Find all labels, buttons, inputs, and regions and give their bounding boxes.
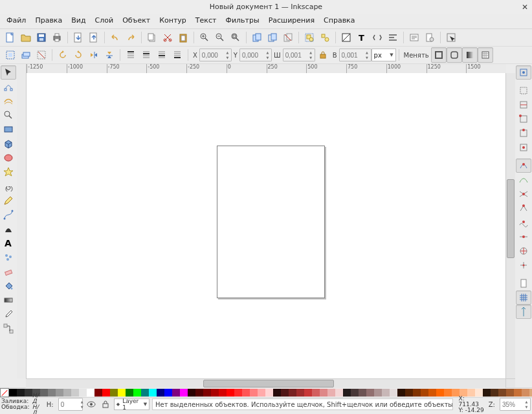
color-swatch[interactable]: [296, 389, 304, 397]
selector-dialog-icon[interactable]: [443, 30, 459, 45]
horizontal-scrollbar[interactable]: [26, 378, 505, 388]
zoom-tool-icon[interactable]: [1, 108, 16, 122]
color-swatch[interactable]: [118, 389, 126, 397]
raise-top-icon[interactable]: [123, 47, 139, 63]
group-icon[interactable]: [302, 30, 317, 45]
undo-icon[interactable]: [107, 30, 123, 45]
color-swatch[interactable]: [405, 389, 413, 397]
unit-combo[interactable]: px ▼: [371, 49, 396, 61]
color-swatch[interactable]: [506, 389, 514, 397]
color-swatch[interactable]: [71, 389, 79, 397]
zoom-input[interactable]: ▲▼: [500, 398, 531, 411]
color-swatch[interactable]: [289, 389, 296, 397]
save-icon[interactable]: [34, 30, 49, 45]
color-swatch[interactable]: [281, 389, 289, 397]
text-tool-icon[interactable]: A: [1, 236, 16, 250]
color-swatch[interactable]: [421, 389, 428, 397]
canvas-viewport[interactable]: [27, 73, 505, 378]
raise-icon[interactable]: [139, 47, 154, 63]
color-swatch[interactable]: [219, 389, 227, 397]
layer-lock-icon[interactable]: [100, 397, 111, 412]
copy-icon[interactable]: [144, 30, 160, 45]
color-swatch[interactable]: [258, 389, 265, 397]
lower-bottom-icon[interactable]: [170, 47, 185, 63]
layer-visible-icon[interactable]: [85, 397, 97, 412]
h-scroll-thumb[interactable]: [203, 380, 334, 387]
color-swatch[interactable]: [25, 389, 32, 397]
pencil-tool-icon[interactable]: [1, 193, 16, 208]
color-swatch[interactable]: [48, 389, 56, 397]
spiral-tool-icon[interactable]: [1, 179, 16, 193]
color-swatch[interactable]: [157, 389, 164, 397]
flip-h-icon[interactable]: [86, 47, 102, 63]
lower-icon[interactable]: [154, 47, 170, 63]
snap-bbox-corner-icon[interactable]: [516, 112, 531, 126]
color-swatch[interactable]: [149, 389, 157, 397]
color-swatch[interactable]: [110, 389, 118, 397]
paste-icon[interactable]: [175, 30, 191, 45]
connector-tool-icon[interactable]: [1, 321, 16, 336]
color-swatch[interactable]: [382, 389, 390, 397]
color-swatch[interactable]: [335, 389, 343, 397]
snap-path-icon[interactable]: [516, 173, 531, 187]
color-swatch[interactable]: [180, 389, 188, 397]
snap-grid-icon[interactable]: [516, 290, 531, 305]
color-swatch[interactable]: [374, 389, 382, 397]
snap-bbox-mid-icon[interactable]: [516, 126, 531, 140]
color-swatch[interactable]: [444, 389, 452, 397]
snap-bbox-center-icon[interactable]: [516, 140, 531, 155]
color-swatch[interactable]: [320, 389, 327, 397]
color-swatch[interactable]: [164, 389, 172, 397]
menu-view[interactable]: Вид: [67, 16, 89, 28]
ellipse-tool-icon[interactable]: [1, 151, 16, 165]
new-doc-icon[interactable]: [3, 30, 18, 45]
color-swatch[interactable]: [102, 389, 110, 397]
xml-editor-icon[interactable]: [370, 30, 385, 45]
affect-gradient-icon[interactable]: [462, 47, 478, 63]
zoom-fit-icon[interactable]: [228, 30, 243, 45]
snap-midpoint-icon[interactable]: [516, 230, 531, 244]
color-swatch[interactable]: [188, 389, 195, 397]
color-swatch[interactable]: [343, 389, 351, 397]
color-swatch[interactable]: [265, 389, 273, 397]
flip-v-icon[interactable]: [102, 47, 117, 63]
snap-center-icon[interactable]: [516, 244, 531, 258]
v-scroll-thumb[interactable]: [507, 179, 515, 258]
h-input[interactable]: ▲▼: [339, 49, 371, 61]
snap-node-icon[interactable]: [516, 158, 531, 173]
color-swatch[interactable]: [211, 389, 219, 397]
color-swatch[interactable]: [133, 389, 141, 397]
color-swatch[interactable]: [242, 389, 250, 397]
affect-corners-icon[interactable]: [447, 47, 462, 63]
color-swatch[interactable]: [227, 389, 234, 397]
export-icon[interactable]: [86, 30, 102, 45]
color-swatch[interactable]: [304, 389, 312, 397]
print-icon[interactable]: [49, 30, 65, 45]
color-swatch[interactable]: [234, 389, 242, 397]
color-swatch[interactable]: [94, 389, 102, 397]
color-swatch[interactable]: [79, 389, 87, 397]
duplicate-icon[interactable]: [249, 30, 265, 45]
bucket-tool-icon[interactable]: [1, 279, 16, 293]
color-swatch[interactable]: [195, 389, 203, 397]
zoom-out-icon[interactable]: [212, 30, 228, 45]
lock-ratio-icon[interactable]: [315, 47, 331, 63]
color-swatch[interactable]: [87, 389, 94, 397]
menu-help[interactable]: Справка: [320, 16, 359, 28]
color-swatch[interactable]: [351, 389, 359, 397]
bezier-tool-icon[interactable]: [1, 208, 16, 222]
spray-tool-icon[interactable]: [1, 250, 16, 265]
select-layers-icon[interactable]: [18, 47, 34, 63]
color-swatch[interactable]: [428, 389, 436, 397]
ungroup-icon[interactable]: [317, 30, 333, 45]
no-fill-swatch[interactable]: [0, 388, 9, 397]
snap-smooth-icon[interactable]: [516, 215, 531, 230]
open-icon[interactable]: [18, 30, 34, 45]
color-swatch[interactable]: [126, 389, 133, 397]
import-icon[interactable]: [71, 30, 86, 45]
snap-page-icon[interactable]: [516, 276, 531, 290]
snap-enable-icon[interactable]: [516, 65, 531, 80]
calligraphy-tool-icon[interactable]: [1, 222, 16, 236]
rect-tool-icon[interactable]: [1, 122, 16, 136]
color-swatch[interactable]: [436, 389, 444, 397]
